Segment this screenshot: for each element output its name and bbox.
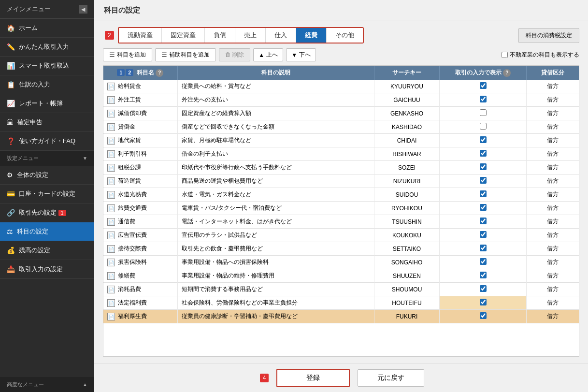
show-real-estate-checkbox[interactable] [502,52,508,58]
cell-show-17[interactable] [440,310,527,323]
show-checkbox-12[interactable] [480,245,487,251]
show-checkbox-13[interactable] [480,258,487,265]
show-checkbox-14[interactable] [480,272,487,278]
cell-show-9[interactable] [440,202,527,215]
sidebar-item-partner-settings[interactable]: 🔗 取引先の設定 1 [0,203,94,222]
tax-settings-btn[interactable]: 科目の消費税設定 [518,28,579,43]
sidebar-item-transaction-input-settings[interactable]: 📥 取引入力の設定 [0,260,94,279]
sidebar-item-account-card-settings[interactable]: 💳 口座・カードの設定 [0,185,94,203]
show-checkbox-4[interactable] [480,136,487,143]
table-row[interactable]: 📄 広告宣伝費 宣伝用のチラシ・試供品など KOUKOKU 借方 [103,229,579,242]
trash-icon: 🗑 [225,51,231,58]
subject-icon-2: 📄 [107,110,115,117]
back-btn[interactable]: 元に戻す [358,369,424,387]
table-row[interactable]: 📄 給料賃金 従業員への給料・賞与など KYUURYOU 借方 [103,80,579,93]
delete-btn[interactable]: 🗑 削除 [219,48,250,61]
add-sub-subject-btn[interactable]: ☰ 補助科目を追加 [155,48,216,61]
tab-fixed-assets[interactable]: 固定資産 [162,28,205,43]
cell-show-1[interactable] [440,93,527,107]
show-checkbox-7[interactable] [480,177,487,184]
show-checkbox-15[interactable] [480,285,487,292]
tab-expenses[interactable]: 経費 [296,28,327,43]
cell-desc-5: 借金の利子支払い [177,147,374,161]
cell-show-0[interactable] [440,80,527,93]
show-checkbox-2[interactable] [480,109,487,116]
table-row[interactable]: 📄 荷造運賃 商品発送の運賃や梱包費用など NIZUKURI 借方 [103,174,579,188]
show-checkbox-3[interactable] [480,123,487,130]
table-row[interactable]: 📄 減価償却費 固定資産などの経費算入額 GENKASHO 借方 [103,107,579,120]
table-row[interactable]: 📄 租税公課 印紙代や市役所等行政へ支払う手数料など SOZEI 借方 [103,161,579,174]
cell-show-8[interactable] [440,188,527,202]
tab-liabilities[interactable]: 負債 [205,28,235,43]
tab-current-assets[interactable]: 流動資産 [119,28,162,43]
show-real-estate-checkbox-label[interactable]: 不動産業の科目も表示する [502,51,579,59]
cell-show-7[interactable] [440,174,527,188]
cell-show-13[interactable] [440,256,527,269]
cell-show-2[interactable] [440,107,527,120]
advanced-section-arrow[interactable]: ▲ [83,382,87,387]
table-row[interactable]: 📄 利子割引料 借金の利子支払い RISHIWAR 借方 [103,147,579,161]
add-subject-btn[interactable]: ☰ 科目を追加 [103,48,152,61]
table-row[interactable]: 📄 通信費 電話・インターネット料金、はがき代など TSUUSHIN 借方 [103,215,579,229]
register-btn[interactable]: 登録 [276,369,350,387]
subject-name-2: 減価償却費 [118,110,147,116]
cell-desc-17: 従業員の健康診断・学習補助・慶弔費用など [177,310,374,323]
show-checkbox-11[interactable] [480,231,487,238]
show-checkbox-1[interactable] [480,96,487,102]
cell-show-15[interactable] [440,283,527,296]
sidebar-item-subject-settings[interactable]: ⚖ 科目の設定 [0,222,94,241]
cell-show-11[interactable] [440,229,527,242]
cell-show-4[interactable] [440,134,527,147]
sidebar-item-report[interactable]: 📈 レポート・帳簿 [0,94,94,113]
move-up-btn[interactable]: ▲ 上へ [253,48,283,61]
tab-other[interactable]: その他 [327,28,363,43]
table-row[interactable]: 📄 外注工賃 外注先への支払い GAICHUU 借方 [103,93,579,107]
sidebar-item-guide-faq[interactable]: ❓ 使い方ガイド・FAQ [0,132,94,151]
sidebar-collapse-btn[interactable]: ◀ [79,5,87,14]
cell-name-17: 📄 福利厚生費 [103,310,177,323]
sidebar-item-home[interactable]: 🏠 ホーム [0,19,94,38]
sidebar-item-smart-import[interactable]: 📊 スマート取引取込 [0,57,94,75]
table-row[interactable]: 📄 水道光熱費 水道・電気・ガス料金など SUIDOU 借方 [103,188,579,202]
sidebar-item-general-settings[interactable]: ⚙ 全体の設定 [0,166,94,185]
show-help-icon[interactable]: ? [503,69,511,77]
cell-name-10: 📄 通信費 [103,215,177,229]
tab-purchases[interactable]: 仕入 [266,28,296,43]
cell-key-5: RISHIWAR [374,147,440,161]
cell-key-2: GENKASHO [374,107,440,120]
table-row[interactable]: 📄 旅費交通費 電車賃・バス/タクシー代・宿泊費など RYOHIKOU 借方 [103,202,579,215]
sidebar-item-tax-return[interactable]: 🏛 確定申告 [0,113,94,132]
cell-show-16[interactable] [440,296,527,310]
table-row[interactable]: 📄 修繕費 事業用設備・物品の維持・修理費用 SHUUZEN 借方 [103,269,579,283]
cell-debit-1: 借方 [526,93,579,107]
cell-show-14[interactable] [440,269,527,283]
show-checkbox-0[interactable] [480,82,487,89]
table-row[interactable]: 📄 損害保険料 事業用設備・物品への損害保険料 SONGAIHO 借方 [103,256,579,269]
table-row[interactable]: 📄 貸倒金 倒産などで回収できなくなった金額 KASHIDAO 借方 [103,120,579,134]
settings-section-arrow[interactable]: ▼ [83,156,87,161]
table-row[interactable]: 📄 接待交際費 取引先との飲食・慶弔費用など SETTAIKO 借方 [103,242,579,256]
show-checkbox-16[interactable] [480,299,487,305]
show-checkbox-6[interactable] [480,163,487,170]
sidebar-item-journal-entry[interactable]: 📋 仕訳の入力 [0,75,94,94]
cell-show-5[interactable] [440,147,527,161]
table-row[interactable]: 📄 地代家賃 家賃、月極め駐車場代など CHIDAI 借方 [103,134,579,147]
cell-show-6[interactable] [440,161,527,174]
table-row[interactable]: 📄 法定福利費 社会保険料、労働保険料などの事業主負担分 HOUTEIFU 借方 [103,296,579,310]
cell-show-12[interactable] [440,242,527,256]
subject-icon-9: 📄 [107,204,115,212]
cell-show-3[interactable] [440,120,527,134]
show-checkbox-5[interactable] [480,150,487,157]
sidebar-item-simple-entry[interactable]: ✏️ かんたん取引入力 [0,38,94,57]
tab-sales[interactable]: 売上 [235,28,266,43]
table-row[interactable]: 📄 福利厚生費 従業員の健康診断・学習補助・慶弔費用など FUKURI 借方 [103,310,579,323]
show-checkbox-10[interactable] [480,218,487,224]
show-checkbox-8[interactable] [480,190,487,197]
sidebar-item-balance-settings[interactable]: 💰 残高の設定 [0,241,94,260]
cell-show-10[interactable] [440,215,527,229]
table-row[interactable]: 📄 消耗品費 短期間で消費する事務用品など SHOUMOU 借方 [103,283,579,296]
move-down-btn[interactable]: ▼ 下へ [286,48,316,61]
show-checkbox-9[interactable] [480,204,487,211]
show-checkbox-17[interactable] [480,312,487,319]
subject-name-help-icon[interactable]: ? [156,69,163,77]
